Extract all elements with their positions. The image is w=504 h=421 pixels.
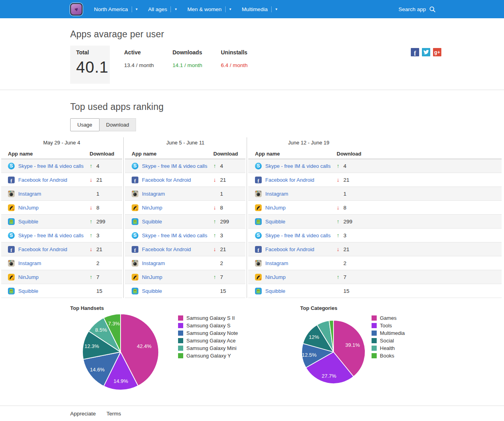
- skype-icon: S: [255, 232, 262, 239]
- app-link[interactable]: NinJump: [142, 274, 162, 280]
- app-link[interactable]: Facebook for Android: [265, 177, 314, 183]
- nav-filter-men-women[interactable]: Men & women▼: [187, 6, 232, 12]
- app-link[interactable]: Squibble: [142, 219, 162, 225]
- download-value: 1: [220, 191, 223, 197]
- legend-item: Samsung Galaxy Mini: [178, 344, 238, 352]
- googleplus-share-icon[interactable]: g+: [433, 48, 441, 56]
- appreciate-link[interactable]: Appreciate: [70, 411, 96, 417]
- nav-filter-label: Multimedia: [242, 6, 268, 12]
- facebook-share-icon[interactable]: f: [411, 48, 419, 56]
- facebook-icon: f: [132, 177, 138, 183]
- slice-percent-label: 12.5%: [302, 352, 316, 358]
- nav-filter-label: All ages: [148, 6, 167, 12]
- app-link[interactable]: Facebook for Android: [142, 246, 191, 252]
- app-link[interactable]: Instagram: [18, 191, 41, 197]
- app-link[interactable]: Instagram: [265, 260, 288, 266]
- trend-up-icon: ↑: [337, 232, 343, 238]
- download-cell: ↓21: [337, 177, 349, 183]
- chevron-down-icon: ▼: [229, 7, 232, 11]
- table-row: Squibble↑299: [1, 215, 122, 229]
- legend-swatch: [178, 338, 183, 343]
- download-value: 2: [343, 260, 347, 266]
- app-link[interactable]: Facebook for Android: [18, 177, 67, 183]
- search-app-button[interactable]: Search app: [399, 6, 436, 13]
- chevron-down-icon: ▼: [275, 7, 278, 11]
- stat-value: 14.1 / month: [172, 62, 221, 68]
- download-cell: ↓8: [337, 204, 347, 211]
- download-cell: ↑3: [337, 232, 347, 238]
- app-link[interactable]: Facebook for Android: [18, 246, 67, 252]
- app-link[interactable]: Instagram: [142, 191, 165, 197]
- handsets-chart-title: Top Handsets: [70, 305, 300, 311]
- app-link[interactable]: Instagram: [18, 260, 41, 266]
- app-cell: fFacebook for Android: [1, 177, 90, 183]
- legend-label: Samsung Galaxy S: [186, 323, 230, 329]
- nav-filter-north-america[interactable]: North America▼: [94, 6, 138, 12]
- app-link[interactable]: Skype - free IM & video calls: [18, 233, 84, 238]
- trend-down-icon: ↓: [213, 246, 220, 252]
- app-link[interactable]: Skype - free IM & video calls: [142, 163, 207, 169]
- app-link[interactable]: NinJump: [18, 274, 38, 280]
- trend-up-icon: ↑: [213, 232, 220, 238]
- app-link[interactable]: Instagram: [142, 260, 165, 266]
- nav-filter-all-ages[interactable]: All ages▼: [148, 6, 177, 12]
- stat-items: Active13.4 / monthDownloads14.1 / monthU…: [124, 46, 269, 84]
- instagram-icon: [8, 190, 15, 197]
- legend-item: Samsung Galaxy S II: [178, 314, 238, 322]
- app-link[interactable]: NinJump: [265, 274, 286, 280]
- footer: Appreciate Terms: [0, 406, 504, 421]
- usage-tab[interactable]: Usage: [70, 118, 100, 131]
- app-link[interactable]: NinJump: [265, 205, 286, 211]
- trend-down-icon: ↓: [90, 204, 96, 211]
- app-cell: Squibble: [248, 218, 337, 225]
- nav-filter-label: Men & women: [187, 6, 221, 12]
- legend-item: Gamsung Galaxy Y: [178, 352, 238, 359]
- slice-percent-label: 14.6%: [90, 367, 105, 373]
- stat-label: Active: [124, 49, 172, 56]
- stat-label: Downloads: [172, 49, 221, 56]
- app-link[interactable]: NinJump: [142, 205, 162, 211]
- trend-up-icon: ↑: [213, 163, 220, 169]
- app-link[interactable]: Facebook for Android: [142, 177, 191, 183]
- nav-filter-multimedia[interactable]: Multimedia▼: [242, 6, 278, 12]
- app-link[interactable]: Squibble: [265, 219, 286, 225]
- app-link[interactable]: Skype - free IM & video calls: [142, 233, 207, 238]
- download-value: 299: [96, 219, 105, 225]
- download-tab[interactable]: Download: [100, 118, 136, 131]
- week-range: June 5 - June 11: [125, 137, 246, 148]
- legend-label: Tools: [380, 323, 392, 329]
- app-link[interactable]: Squibble: [18, 219, 38, 225]
- app-link[interactable]: Squibble: [18, 288, 38, 294]
- app-name-header: App name: [125, 151, 213, 157]
- nav-filter-label: North America: [94, 6, 128, 12]
- legend-item: Social: [372, 337, 405, 344]
- app-link[interactable]: Squibble: [265, 288, 286, 294]
- download-cell: 15: [213, 288, 226, 294]
- app-cell: NinJump: [248, 274, 337, 281]
- table-row: SSkype - free IM & video calls↑3: [248, 229, 502, 242]
- terms-link[interactable]: Terms: [107, 411, 121, 417]
- stat-value: 13.4 / month: [124, 62, 172, 68]
- categories-legend: GamesToolsMultimediaSocialHealthBooks: [372, 314, 405, 400]
- download-value: 299: [343, 219, 353, 225]
- app-link[interactable]: Skype - free IM & video calls: [265, 233, 331, 238]
- twitter-share-icon[interactable]: [422, 48, 430, 56]
- divider: [271, 6, 272, 12]
- app-logo[interactable]: ♥: [70, 3, 82, 15]
- app-link[interactable]: Skype - free IM & video calls: [265, 163, 331, 169]
- download-value: 4: [343, 163, 347, 169]
- top-handsets-chart: Top Handsets 42.4%14.9%14.6%12.3%8.5%7.3…: [70, 305, 300, 400]
- download-cell: ↓8: [213, 204, 223, 211]
- trend-down-icon: ↓: [213, 177, 220, 183]
- ninjump-icon: [8, 204, 15, 211]
- app-link[interactable]: Instagram: [265, 191, 288, 197]
- app-link[interactable]: NinJump: [18, 205, 38, 211]
- download-cell: ↓21: [213, 246, 226, 252]
- app-link[interactable]: Skype - free IM & video calls: [18, 163, 84, 169]
- trend-up-icon: ↑: [90, 163, 96, 169]
- download-value: 4: [220, 163, 223, 169]
- app-link[interactable]: Facebook for Android: [265, 246, 314, 252]
- week-rows: SSkype - free IM & video calls↑4fFaceboo…: [248, 159, 502, 298]
- search-label: Search app: [399, 6, 426, 12]
- app-link[interactable]: Squibble: [142, 288, 162, 294]
